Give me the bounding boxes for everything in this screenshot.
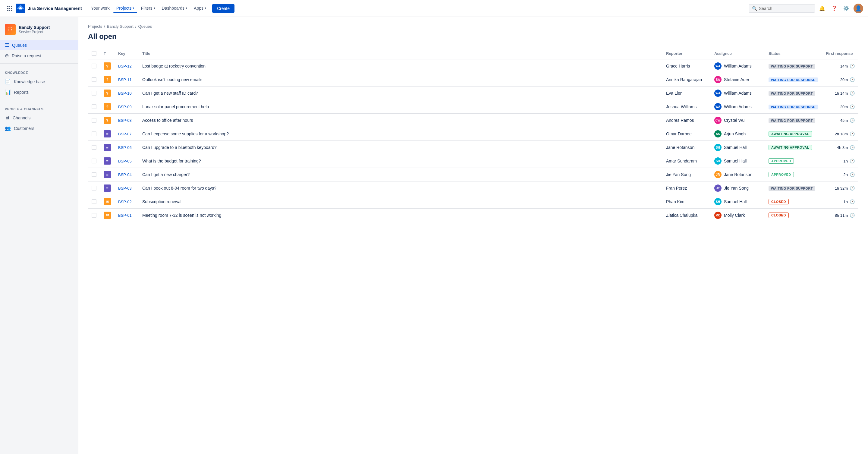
response-time: 2h: [844, 173, 848, 177]
issue-title[interactable]: What is the budget for training?: [142, 158, 201, 163]
sidebar-item-channels[interactable]: 🖥 Channels: [0, 113, 78, 123]
row-checkbox-cell: [88, 168, 100, 181]
breadcrumb-queues[interactable]: Queues: [138, 24, 152, 29]
row-assignee-cell: SH Samuel Hall: [711, 154, 765, 168]
reporter-name: Fran Perez: [666, 186, 687, 190]
issue-key-link[interactable]: BSP-04: [118, 173, 132, 177]
issue-key-link[interactable]: BSP-02: [118, 200, 132, 204]
sidebar-item-knowledge-base[interactable]: 📄 Knowledge base: [0, 76, 78, 87]
notifications-button[interactable]: 🔔: [817, 4, 827, 13]
nav-projects[interactable]: Projects ▾: [113, 4, 137, 13]
row-key-cell: BSP-04: [115, 168, 138, 181]
response-value: 45m 🕐: [826, 118, 855, 123]
issue-key-link[interactable]: BSP-07: [118, 132, 132, 136]
nav-dashboards[interactable]: Dashboards ▾: [159, 4, 190, 13]
row-status-cell: WAITING FOR RESPONSE: [765, 73, 822, 87]
row-type-cell: ≡: [100, 141, 115, 154]
issue-key-link[interactable]: BSP-09: [118, 104, 132, 109]
issue-title[interactable]: Meeting room 7-32 is sceen is not workin…: [142, 213, 221, 218]
row-checkbox[interactable]: [92, 131, 96, 136]
response-value: 1h 32m 🕐: [826, 186, 855, 190]
grid-menu-icon[interactable]: [5, 4, 14, 13]
issue-key-link[interactable]: BSP-12: [118, 64, 132, 68]
row-type-cell: ?: [100, 59, 115, 73]
issue-key-link[interactable]: BSP-06: [118, 145, 132, 150]
help-button[interactable]: ❓: [830, 4, 839, 13]
issue-title[interactable]: Lost badge at rocketry convention: [142, 64, 206, 68]
nav-right-section: 🔍 🔔 ❓ ⚙️ 👤: [749, 4, 863, 13]
row-checkbox[interactable]: [92, 104, 96, 109]
assignee-name: Samuel Hall: [724, 158, 747, 163]
search-icon: 🔍: [752, 6, 757, 11]
assignee-avatar: CW: [714, 117, 721, 124]
logo-text: Jira Service Management: [28, 6, 82, 11]
issue-key-link[interactable]: BSP-08: [118, 118, 132, 123]
issue-key-link[interactable]: BSP-10: [118, 91, 132, 96]
sidebar-item-queues[interactable]: ☰ Queues: [0, 40, 78, 50]
svg-rect-8: [11, 10, 12, 11]
row-response-cell: 14m 🕐: [822, 59, 858, 73]
nav-your-work[interactable]: Your work: [88, 4, 113, 13]
clock-icon: 🕐: [849, 118, 855, 123]
issue-title[interactable]: Can I expense some supplies for a worksh…: [142, 131, 229, 136]
settings-button[interactable]: ⚙️: [841, 4, 851, 13]
issue-key-link[interactable]: BSP-11: [118, 78, 132, 82]
svg-rect-2: [11, 6, 12, 7]
row-title-cell: Lost badge at rocketry convention: [138, 59, 662, 73]
row-checkbox-cell: [88, 209, 100, 222]
sidebar-divider-1: [0, 63, 78, 64]
issue-title[interactable]: Subscription renewal: [142, 199, 181, 204]
row-checkbox[interactable]: [92, 118, 96, 123]
nav-apps[interactable]: Apps ▾: [191, 4, 209, 13]
response-value: 4h 3m 🕐: [826, 145, 855, 150]
select-all-checkbox[interactable]: [92, 51, 96, 56]
row-response-cell: 45m 🕐: [822, 114, 858, 127]
knowledge-section-header: KNOWLEDGE: [0, 66, 78, 76]
row-checkbox-cell: [88, 154, 100, 168]
row-checkbox[interactable]: [92, 91, 96, 96]
raise-request-icon: ⊕: [5, 53, 9, 59]
logo-link[interactable]: Jira Service Management: [16, 4, 82, 13]
user-avatar[interactable]: 👤: [854, 4, 863, 13]
row-checkbox[interactable]: [92, 145, 96, 150]
issue-title[interactable]: Can I upgrade to a bluetooth keyboard?: [142, 145, 217, 150]
row-checkbox[interactable]: [92, 172, 96, 177]
issue-title[interactable]: Can I get a new charger?: [142, 172, 190, 177]
issue-key-link[interactable]: BSP-03: [118, 186, 132, 190]
row-checkbox[interactable]: [92, 77, 96, 82]
response-time: 14m: [840, 64, 848, 68]
create-button[interactable]: Create: [212, 4, 235, 13]
sidebar-item-customers[interactable]: 👥 Customers: [0, 123, 78, 133]
row-key-cell: BSP-02: [115, 195, 138, 209]
issue-title[interactable]: Outlook isn't loading new emails: [142, 77, 203, 82]
search-box[interactable]: 🔍: [749, 4, 815, 13]
assignee-avatar: MC: [714, 212, 721, 219]
sidebar-item-reports[interactable]: 📊 Reports: [0, 87, 78, 97]
assignee-name: Jie Yan Song: [724, 186, 749, 190]
issue-key-link[interactable]: BSP-05: [118, 159, 132, 163]
issue-title[interactable]: Can I book out 8-04 room for two days?: [142, 186, 216, 190]
search-input[interactable]: [759, 6, 812, 11]
breadcrumb-bancly[interactable]: Bancly Support: [107, 24, 133, 29]
type-icon: ?: [104, 62, 111, 70]
row-checkbox[interactable]: [92, 213, 96, 218]
clock-icon: 🕐: [849, 104, 855, 109]
row-checkbox[interactable]: [92, 186, 96, 190]
row-checkbox[interactable]: [92, 64, 96, 68]
row-checkbox[interactable]: [92, 158, 96, 163]
issue-title[interactable]: Can I get a new staff ID card?: [142, 91, 198, 96]
issue-title[interactable]: Access to office after hours: [142, 118, 193, 123]
issue-key-link[interactable]: BSP-01: [118, 213, 132, 218]
nav-filters[interactable]: Filters ▾: [138, 4, 158, 13]
type-icon: ?: [104, 103, 111, 110]
row-reporter-cell: Zlatica Chalupka: [662, 209, 711, 222]
sidebar: 🛡 Bancly Support Service Project ☰ Queue…: [0, 17, 79, 454]
issue-title[interactable]: Lunar solar panel procurement help: [142, 104, 209, 109]
breadcrumb-projects[interactable]: Projects: [88, 24, 102, 29]
row-assignee-cell: WA William Adams: [711, 100, 765, 114]
sidebar-item-raise-request[interactable]: ⊕ Raise a request: [0, 50, 78, 61]
row-checkbox[interactable]: [92, 199, 96, 204]
reporter-name: Joshua Williams: [666, 104, 696, 109]
row-response-cell: 1h 14m 🕐: [822, 87, 858, 100]
row-reporter-cell: Phan Kim: [662, 195, 711, 209]
